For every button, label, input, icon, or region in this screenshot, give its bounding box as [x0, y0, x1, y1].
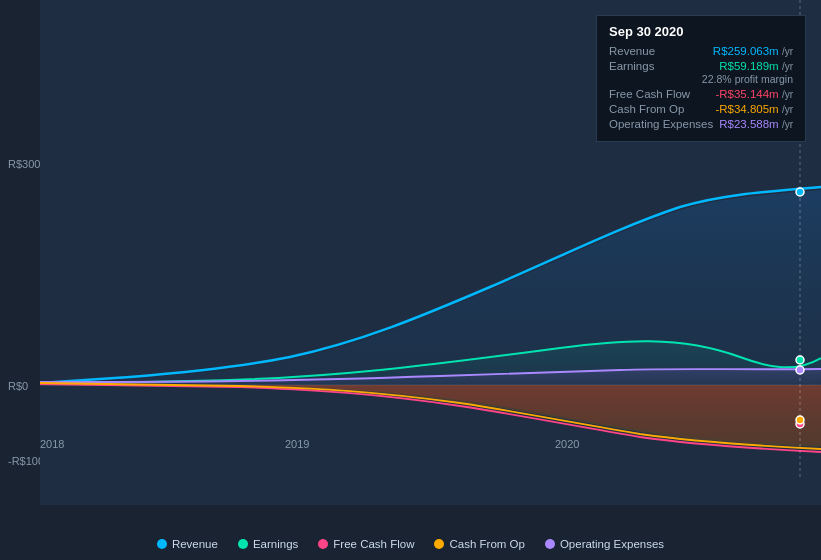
tooltip-earnings-value: R$59.189m /yr — [719, 60, 793, 72]
legend-label-revenue: Revenue — [172, 538, 218, 550]
legend-dot-revenue — [157, 539, 167, 549]
tooltip-opex-value: R$23.588m /yr — [719, 118, 793, 130]
legend-label-fcf: Free Cash Flow — [333, 538, 414, 550]
tooltip-revenue-label: Revenue — [609, 45, 709, 57]
legend-dot-cashfromop — [434, 539, 444, 549]
x-label-2020: 2020 — [555, 438, 579, 450]
legend-dot-earnings — [238, 539, 248, 549]
legend-label-cashfromop: Cash From Op — [449, 538, 524, 550]
tooltip-fcf-label: Free Cash Flow — [609, 88, 709, 100]
legend-cashfromop[interactable]: Cash From Op — [434, 538, 524, 550]
tooltip-date: Sep 30 2020 — [609, 24, 793, 39]
tooltip-cashfromop-row: Cash From Op -R$34.805m /yr — [609, 103, 793, 115]
tooltip-revenue-value: R$259.063m /yr — [713, 45, 793, 57]
tooltip-fcf-row: Free Cash Flow -R$35.144m /yr — [609, 88, 793, 100]
tooltip-cashfromop-value: -R$34.805m /yr — [715, 103, 793, 115]
svg-point-3 — [796, 188, 804, 196]
svg-point-5 — [796, 366, 804, 374]
tooltip-opex-label: Operating Expenses — [609, 118, 713, 130]
legend-label-earnings: Earnings — [253, 538, 298, 550]
legend-dot-fcf — [318, 539, 328, 549]
tooltip-cashfromop-label: Cash From Op — [609, 103, 709, 115]
x-label-2018: 2018 — [40, 438, 64, 450]
tooltip-panel: Sep 30 2020 Revenue R$259.063m /yr Earni… — [596, 15, 806, 142]
svg-point-4 — [796, 356, 804, 364]
legend-label-opex: Operating Expenses — [560, 538, 664, 550]
legend-dot-opex — [545, 539, 555, 549]
y-label-0: R$0 — [8, 380, 28, 392]
legend-earnings[interactable]: Earnings — [238, 538, 298, 550]
svg-point-7 — [796, 416, 804, 424]
tooltip-revenue-row: Revenue R$259.063m /yr — [609, 45, 793, 57]
chart-legend: Revenue Earnings Free Cash Flow Cash Fro… — [0, 538, 821, 550]
tooltip-fcf-value: -R$35.144m /yr — [715, 88, 793, 100]
tooltip-profit-margin: 22.8% profit margin — [609, 73, 793, 85]
legend-fcf[interactable]: Free Cash Flow — [318, 538, 414, 550]
x-label-2019: 2019 — [285, 438, 309, 450]
tooltip-earnings-label: Earnings — [609, 60, 709, 72]
tooltip-opex-row: Operating Expenses R$23.588m /yr — [609, 118, 793, 130]
tooltip-earnings-row: Earnings R$59.189m /yr — [609, 60, 793, 72]
legend-opex[interactable]: Operating Expenses — [545, 538, 664, 550]
legend-revenue[interactable]: Revenue — [157, 538, 218, 550]
